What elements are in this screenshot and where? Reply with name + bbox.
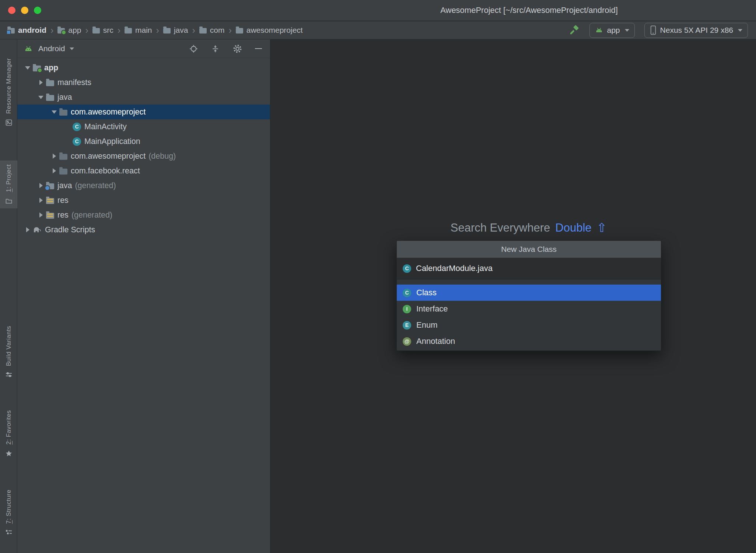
tool-button-resource-manager[interactable]: Resource Manager (0, 54, 17, 130)
breadcrumb-android[interactable]: android (7, 26, 46, 35)
tree-item-label: com.facebook.react (71, 166, 140, 176)
breadcrumb-src[interactable]: src (92, 26, 113, 35)
class-icon: C (73, 123, 81, 131)
tree-item-com-awesomeproject[interactable]: com.awesomeproject (17, 105, 270, 119)
tree-item-mainactivity[interactable]: C MainActivity (17, 119, 270, 134)
breadcrumb-java[interactable]: java (163, 26, 188, 35)
expand-arrow-icon[interactable] (49, 110, 59, 114)
breadcrumb-label: android (18, 26, 46, 35)
close-window-button[interactable] (8, 7, 15, 14)
tree-item-label: MainApplication (84, 137, 140, 146)
tree-item-mainapplication[interactable]: C MainApplication (17, 134, 270, 149)
class-icon: C (403, 289, 411, 297)
breadcrumb-label: app (68, 26, 81, 35)
run-configuration-select[interactable]: app (589, 23, 634, 38)
expand-arrow-icon[interactable] (22, 66, 33, 70)
folder-icon (125, 28, 132, 34)
kind-option-interface[interactable]: I Interface (397, 301, 661, 317)
kind-option-class[interactable]: C Class (397, 285, 661, 301)
folder-icon (163, 28, 171, 34)
project-panel-header: Android (17, 39, 270, 58)
tool-button-project[interactable]: 1: Project (0, 161, 17, 208)
collapse-all-icon[interactable] (211, 44, 220, 53)
run-configuration-label: app (607, 26, 620, 35)
build-hammer-icon[interactable] (569, 25, 580, 36)
shift-key-icon: ⇧ (597, 221, 607, 235)
tree-item-com-facebook-react[interactable]: com.facebook.react (17, 163, 270, 178)
expand-arrow-icon[interactable] (49, 168, 59, 173)
structure-icon (5, 529, 13, 536)
tool-button-favorites[interactable]: 2: Favorites (0, 406, 17, 461)
kind-option-annotation[interactable]: @ Annotation (397, 333, 661, 349)
star-icon (5, 450, 13, 457)
hint-label: Search Everywhere (451, 221, 550, 235)
breadcrumb-separator-icon: › (228, 26, 232, 35)
expand-arrow-icon[interactable] (36, 80, 46, 85)
breadcrumb-com[interactable]: com (199, 26, 225, 35)
breadcrumb-separator-icon: › (117, 26, 121, 35)
tree-item-label: Gradle Scripts (45, 225, 95, 235)
kind-list: C Class I Interface E Enum @ Annotation (397, 279, 661, 351)
breadcrumb-separator-icon: › (191, 26, 196, 35)
tree-item-res-generated[interactable]: res (generated) (17, 208, 270, 222)
tree-item-com-awesomeproject-debug[interactable]: com.awesomeproject (debug) (17, 149, 270, 163)
tool-button-label: 7: Structure (5, 490, 13, 524)
tree-item-label: app (44, 63, 58, 73)
minimize-window-button[interactable] (21, 7, 28, 14)
breadcrumb-label: com (210, 26, 225, 35)
tool-button-structure[interactable]: 7: Structure (0, 486, 17, 540)
tree-item-gradle-scripts[interactable]: Gradle Scripts (17, 222, 270, 237)
expand-arrow-icon[interactable] (49, 154, 59, 159)
kind-option-enum[interactable]: E Enum (397, 317, 661, 333)
hide-panel-icon[interactable] (255, 48, 262, 49)
tool-button-label: 2: Favorites (5, 410, 13, 445)
device-select[interactable]: Nexus 5X API 29 x86 (644, 23, 748, 38)
breadcrumb-label: java (174, 26, 188, 35)
hint-shortcut: Double (555, 221, 591, 235)
project-view-selector[interactable]: Android (38, 44, 65, 53)
enum-icon: E (403, 321, 411, 330)
expand-arrow-icon[interactable] (36, 212, 46, 218)
package-icon (59, 110, 67, 116)
kind-option-label: Class (416, 288, 437, 297)
locate-file-icon[interactable] (189, 44, 198, 53)
tool-button-build-variants[interactable]: Build Variants (0, 322, 17, 382)
device-phone-icon (650, 25, 657, 35)
breadcrumb-app[interactable]: app (57, 26, 81, 35)
tree-item-java[interactable]: java (17, 90, 270, 105)
tree-item-label: MainActivity (84, 122, 127, 131)
class-name-value: CalendarModule.java (416, 264, 493, 273)
resources-folder-icon (46, 198, 54, 204)
breadcrumb-label: main (135, 26, 152, 35)
breadcrumb-awesomeproject[interactable]: awesomeproject (236, 26, 303, 35)
chevron-down-icon (738, 29, 742, 32)
tree-item-app[interactable]: app (17, 60, 270, 75)
settings-gear-icon[interactable] (232, 44, 242, 54)
breadcrumb-separator-icon: › (155, 26, 160, 35)
project-folder-icon (7, 28, 15, 34)
chevron-down-icon[interactable] (70, 47, 74, 50)
tree-item-java-generated[interactable]: java (generated) (17, 178, 270, 193)
breadcrumb: android › app › src › main › java › com … (7, 26, 303, 35)
tool-button-label: Build Variants (5, 326, 13, 366)
traffic-lights (8, 7, 41, 14)
tree-item-extra: (debug) (148, 152, 176, 161)
android-icon (24, 46, 33, 52)
class-name-input[interactable]: C CalendarModule.java (397, 258, 661, 279)
generated-folder-icon (46, 183, 54, 189)
tree-item-res[interactable]: res (17, 193, 270, 208)
tree-item-label: java (57, 181, 72, 190)
popup-title: New Java Class (397, 241, 661, 258)
breadcrumb-separator-icon: › (50, 26, 54, 35)
expand-arrow-icon[interactable] (36, 198, 46, 203)
tree-item-manifests[interactable]: manifests (17, 75, 270, 90)
chevron-down-icon (625, 29, 629, 32)
breadcrumb-main[interactable]: main (125, 26, 152, 35)
expand-arrow-icon[interactable] (22, 227, 33, 232)
folder-icon (236, 28, 243, 34)
folder-icon (46, 95, 54, 101)
resources-folder-icon (46, 213, 54, 219)
toolbar-right: app Nexus 5X API 29 x86 (569, 23, 749, 38)
zoom-window-button[interactable] (34, 7, 41, 14)
expand-arrow-icon[interactable] (36, 96, 46, 99)
